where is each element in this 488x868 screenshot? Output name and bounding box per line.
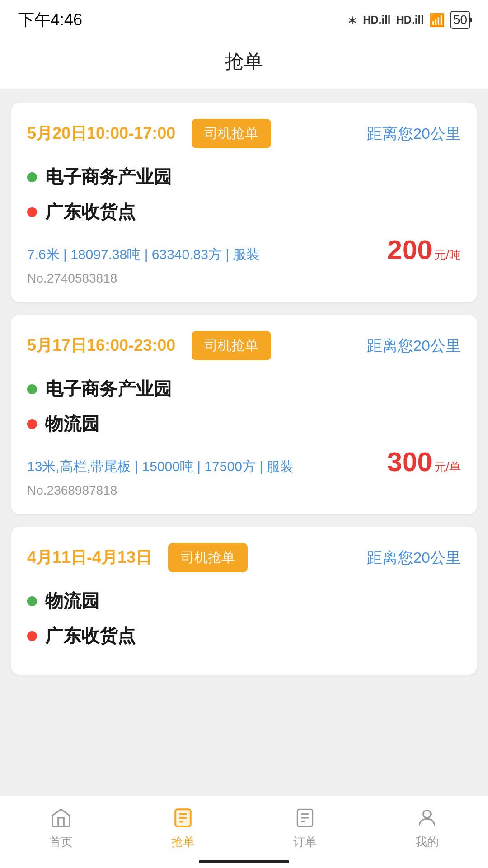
- order-2-to-row: 物流园: [27, 411, 461, 436]
- order-3-date: 4月11日-4月13日: [27, 547, 152, 569]
- order-2-no: No.2368987818: [27, 483, 461, 498]
- status-icons: ∗ HD.ill HD.ill 📶 50: [347, 11, 470, 29]
- nav-label-home: 首页: [49, 834, 73, 850]
- order-1-from-row: 电子商务产业园: [27, 165, 461, 189]
- grab-button-3[interactable]: 司机抢单: [168, 543, 248, 572]
- signal-icon-2: HD.ill: [396, 14, 424, 26]
- to-dot-icon-2: [27, 419, 37, 429]
- status-time: 下午4:46: [18, 9, 82, 31]
- order-1-from: 电子商务产业园: [45, 165, 172, 189]
- bottom-nav: 首页 抢单 订单: [0, 796, 488, 868]
- orders-list: 5月20日10:00-17:00 司机抢单 距离您20公里 电子商务产业园 广东…: [0, 89, 488, 688]
- order-1-price-unit: 元/吨: [434, 247, 461, 263]
- order-3-from-row: 物流园: [27, 589, 461, 613]
- nav-label-mine: 我的: [415, 834, 439, 850]
- order-1-date: 5月20日10:00-17:00: [27, 123, 175, 145]
- order-2-price: 300: [387, 446, 432, 477]
- nav-label-orders: 订单: [293, 834, 317, 850]
- nav-item-home[interactable]: 首页: [0, 805, 122, 850]
- status-bar: 下午4:46 ∗ HD.ill HD.ill 📶 50: [0, 0, 488, 36]
- order-2-from-row: 电子商务产业园: [27, 377, 461, 401]
- battery-indicator: 50: [450, 11, 470, 29]
- grab-button-2[interactable]: 司机抢单: [192, 331, 271, 360]
- order-1-specs: 7.6米 | 18097.38吨 | 63340.83方 | 服装: [27, 245, 260, 264]
- order-2-specs: 13米,高栏,带尾板 | 15000吨 | 17500方 | 服装: [27, 458, 294, 476]
- order-3-to-row: 广东收货点: [27, 623, 461, 648]
- wifi-icon: 📶: [429, 13, 445, 28]
- to-dot-icon-3: [27, 631, 37, 641]
- order-card-1[interactable]: 5月20日10:00-17:00 司机抢单 距离您20公里 电子商务产业园 广东…: [11, 103, 477, 302]
- from-dot-icon-3: [27, 596, 37, 606]
- order-1-price-block: 200 元/吨: [387, 234, 461, 265]
- home-indicator: [199, 860, 289, 863]
- nav-item-mine[interactable]: 我的: [366, 805, 488, 850]
- home-icon: [48, 805, 74, 830]
- order-2-distance: 距离您20公里: [358, 335, 461, 356]
- order-1-to: 广东收货点: [45, 199, 136, 224]
- order-card-3[interactable]: 4月11日-4月13日 司机抢单 距离您20公里 物流园 广东收货点: [11, 527, 477, 675]
- order-1-details: 7.6米 | 18097.38吨 | 63340.83方 | 服装 200 元/…: [27, 234, 461, 286]
- nav-label-grab: 抢单: [171, 834, 195, 850]
- signal-icon-1: HD.ill: [363, 14, 390, 26]
- from-dot-icon: [27, 172, 37, 182]
- order-1-distance: 距离您20公里: [358, 123, 461, 144]
- order-1-price: 200: [387, 234, 432, 265]
- to-dot-icon: [27, 207, 37, 217]
- order-2-from: 电子商务产业园: [45, 377, 172, 401]
- grab-icon: [170, 805, 196, 830]
- nav-item-orders[interactable]: 订单: [244, 805, 366, 850]
- order-1-to-row: 广东收货点: [27, 199, 461, 224]
- mine-icon: [414, 805, 440, 830]
- order-3-distance: 距离您20公里: [358, 547, 461, 568]
- order-card-2[interactable]: 5月17日16:00-23:00 司机抢单 距离您20公里 电子商务产业园 物流…: [11, 315, 477, 514]
- svg-point-12: [423, 810, 431, 818]
- order-2-date: 5月17日16:00-23:00: [27, 335, 175, 357]
- order-1-no: No.2740583818: [27, 271, 461, 286]
- from-dot-icon-2: [27, 384, 37, 394]
- order-2-price-unit: 元/单: [434, 459, 461, 475]
- order-2-price-block: 300 元/单: [387, 446, 461, 477]
- order-3-from: 物流园: [45, 589, 99, 613]
- page-title: 抢单: [0, 36, 488, 89]
- order-3-to: 广东收货点: [45, 623, 136, 648]
- bluetooth-icon: ∗: [347, 13, 357, 28]
- order-2-details: 13米,高栏,带尾板 | 15000吨 | 17500方 | 服装 300 元/…: [27, 446, 461, 498]
- order-2-to: 物流园: [45, 411, 99, 436]
- nav-item-grab[interactable]: 抢单: [122, 805, 244, 850]
- grab-button-1[interactable]: 司机抢单: [192, 119, 271, 148]
- orders-icon: [292, 805, 318, 830]
